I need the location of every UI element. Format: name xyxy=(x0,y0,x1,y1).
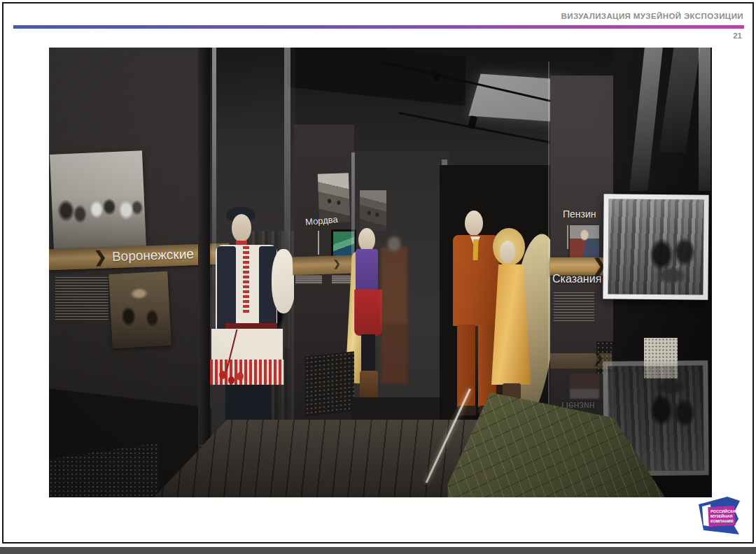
window-bottom-bar xyxy=(0,547,756,554)
tassel xyxy=(237,372,244,381)
glass-reflection-streak xyxy=(699,48,710,191)
slide-page: ВИЗУАЛИЗАЦИЯ МУЗЕЙНОЙ ЭКСПОЗИЦИИ 21 ❯ Во… xyxy=(0,0,756,554)
exhibit-text-panel xyxy=(554,292,594,323)
logo-text-line3: КОМПАНИЯ xyxy=(710,519,734,523)
label-light-line xyxy=(567,225,568,249)
glass-partition-edge xyxy=(548,62,550,415)
costume-purple-top xyxy=(356,249,378,292)
archive-photo-crowd xyxy=(50,150,146,253)
slide-title: ВИЗУАЛИЗАЦИЯ МУЗЕЙНОЙ ЭКСПОЗИЦИИ xyxy=(561,12,743,20)
vitrine-frame xyxy=(198,48,210,455)
tassel xyxy=(228,376,234,384)
chevron-icon: ❯ xyxy=(94,249,107,265)
accent-gradient-bar xyxy=(13,25,744,29)
section-label-skazaniya: Сказания xyxy=(552,273,601,285)
chevron-icon: ❯ xyxy=(333,259,341,268)
mannequin-head xyxy=(232,214,251,242)
costume-front-embroidery xyxy=(243,246,249,313)
company-logo: РОССИЙСКАЯ МУЗЕЙНАЯ КОМПАНИЯ xyxy=(696,495,743,539)
costume-red-skirt xyxy=(354,290,382,336)
exhibit-caption-strip xyxy=(295,276,322,284)
costume-cuff-embroidery xyxy=(274,308,295,318)
bride-head xyxy=(500,241,515,263)
section-label-penzin: Пензин xyxy=(563,208,596,220)
glass-reflection-figure xyxy=(381,235,407,383)
archive-photo-house-reflected xyxy=(360,190,386,231)
logo-text-line1: РОССИЙСКАЯ xyxy=(710,509,738,513)
groom-tie xyxy=(472,239,478,260)
archive-photo-interior xyxy=(108,271,171,348)
chevron-icon: ❯ xyxy=(592,353,604,367)
radiator-grille xyxy=(305,351,354,416)
portrait-reflection xyxy=(570,374,599,399)
gold-band-middle: ❯ xyxy=(293,255,358,275)
tassel xyxy=(219,371,226,379)
mannequin-head xyxy=(358,228,375,252)
costume-hem xyxy=(211,329,283,361)
exhibit-text-panel xyxy=(55,277,108,322)
exhibition-render-image: ❯ Воронежские xyxy=(49,48,712,497)
framed-photo-forest-couple xyxy=(603,194,708,299)
logo-text-line2: МУЗЕЙНАЯ xyxy=(710,513,733,518)
label-light-line xyxy=(318,231,319,255)
mannequin-legs xyxy=(361,334,375,374)
costume-belt xyxy=(225,323,277,329)
groom-head xyxy=(465,211,483,236)
costume-boot xyxy=(360,371,378,400)
section-label-voronezhskie: Воронежские xyxy=(112,246,195,264)
page-number: 21 xyxy=(733,31,742,40)
